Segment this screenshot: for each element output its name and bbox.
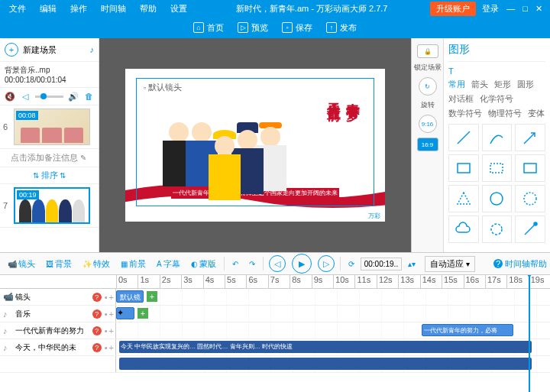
tab-mask[interactable]: ◐蒙版 bbox=[186, 255, 221, 273]
add-lens-icon[interactable]: + bbox=[147, 291, 157, 302]
music-icon: ♪ bbox=[3, 309, 12, 319]
time-up-icon[interactable]: ▴▾ bbox=[403, 257, 420, 271]
add-scene-icon[interactable]: + bbox=[5, 43, 18, 57]
tab-fg[interactable]: ▦前景 bbox=[116, 255, 150, 273]
menu-action[interactable]: 操作 bbox=[64, 1, 93, 17]
svg-point-7 bbox=[524, 193, 536, 205]
shape-dashed-rect[interactable] bbox=[482, 154, 513, 182]
scene-thumb-7[interactable]: 7 00:19 bbox=[0, 184, 99, 228]
tab-subtitle[interactable]: A字幕 bbox=[152, 255, 185, 273]
volume-slider[interactable] bbox=[35, 96, 63, 98]
lens-clip[interactable]: 默认镜 bbox=[116, 290, 144, 303]
track-audio2: ♪今天，中华民的未?•+ 今天 中华民族实现复兴的… 固然时代… 青年兴则… 时… bbox=[0, 339, 550, 356]
shape-line[interactable] bbox=[448, 124, 479, 151]
preview-button[interactable]: ▷预览 bbox=[238, 22, 268, 34]
login-button[interactable]: 登录 bbox=[482, 3, 499, 15]
shape-circle[interactable] bbox=[482, 185, 513, 212]
preview-icon: ▷ bbox=[238, 22, 248, 33]
add-note-link[interactable]: 点击添加备注信息 ✎ bbox=[0, 149, 99, 167]
audio-clip-3[interactable] bbox=[119, 358, 532, 370]
svg-rect-4 bbox=[524, 164, 536, 173]
tab-fx[interactable]: ✨特效 bbox=[78, 255, 115, 273]
audio-clip-2[interactable]: 今天 中华民族实现复兴的… 固然时代… 青年兴则… 时代的快速 bbox=[119, 341, 532, 353]
cat-common[interactable]: 常用 bbox=[448, 79, 465, 90]
rotate-label: 旋转 bbox=[421, 100, 435, 110]
menu-timeline[interactable]: 时间轴 bbox=[95, 1, 132, 17]
main-menu: 文件 编辑 操作 时间轴 帮助 设置 bbox=[3, 1, 193, 17]
svg-line-1 bbox=[524, 133, 535, 144]
close-icon[interactable]: ✕ bbox=[535, 4, 542, 14]
publish-button[interactable]: ↑发布 bbox=[326, 22, 357, 34]
minimize-icon[interactable]: — bbox=[506, 4, 515, 14]
new-scene-button[interactable]: 新建场景 bbox=[23, 44, 57, 56]
play-icon[interactable]: ▶ bbox=[292, 254, 312, 274]
redo-icon[interactable]: ↷ bbox=[244, 257, 260, 271]
vol-icon[interactable]: 🔊 bbox=[68, 91, 79, 102]
shape-rect[interactable] bbox=[448, 154, 479, 182]
auto-fit-select[interactable]: 自动适应 ▾ bbox=[425, 256, 475, 272]
prev-frame-icon[interactable]: ◁ bbox=[269, 255, 286, 272]
ratio-916-button[interactable]: 9:16 bbox=[419, 115, 437, 133]
home-icon: ⌂ bbox=[193, 22, 204, 33]
shape-check[interactable] bbox=[515, 215, 545, 243]
playhead[interactable] bbox=[529, 275, 530, 392]
cat-variant[interactable]: 变体 bbox=[528, 108, 545, 119]
cat-dialog[interactable]: 对话框 bbox=[448, 93, 474, 105]
shape-rect2[interactable] bbox=[515, 154, 545, 182]
delete-music-icon[interactable]: 🗑 bbox=[83, 91, 94, 102]
time-display[interactable]: 00:00:19.. bbox=[361, 258, 402, 271]
add-music-icon[interactable]: + bbox=[138, 308, 148, 319]
svg-line-9 bbox=[525, 224, 535, 235]
cat-chem[interactable]: 化学符号 bbox=[480, 93, 513, 105]
svg-line-0 bbox=[458, 131, 470, 144]
home-button[interactable]: ⌂首页 bbox=[193, 22, 224, 34]
timeline-ruler[interactable]: 0s1s2s3s4s5s6s7s8s9s10s11s12s13s14s15s16… bbox=[0, 275, 550, 289]
shape-arrow[interactable] bbox=[515, 124, 545, 151]
menu-settings[interactable]: 设置 bbox=[164, 1, 193, 17]
upgrade-button[interactable]: 升级账户 bbox=[430, 2, 476, 16]
audio-clip-1[interactable]: 一代代新青年的努力，必将 bbox=[422, 324, 513, 336]
menu-edit[interactable]: 编辑 bbox=[34, 1, 63, 17]
ratio-169-button[interactable]: 16:9 bbox=[417, 138, 438, 151]
cat-arrow[interactable]: 箭头 bbox=[471, 79, 488, 90]
help-badge-icon[interactable]: ? bbox=[92, 293, 102, 302]
menu-help[interactable]: 帮助 bbox=[134, 1, 163, 17]
maximize-icon[interactable]: □ bbox=[522, 4, 528, 14]
tab-bg[interactable]: 🖼背景 bbox=[41, 255, 76, 273]
lock-scene-icon[interactable]: 🔒 bbox=[417, 44, 438, 58]
timeline-help-link[interactable]: ?时间轴帮助 bbox=[493, 258, 547, 270]
loop-icon[interactable]: ⟳ bbox=[344, 257, 359, 271]
bg-music-info[interactable]: 背景音乐..mp 00:00:18/00:01:04 bbox=[0, 62, 99, 88]
prev-icon[interactable]: ◁ bbox=[20, 91, 31, 102]
svg-marker-5 bbox=[458, 193, 470, 204]
svg-rect-3 bbox=[490, 164, 503, 173]
rotate-icon[interactable]: ↻ bbox=[419, 77, 437, 96]
shape-triangle[interactable] bbox=[448, 185, 479, 212]
scene-options-icon[interactable]: ♪ bbox=[90, 45, 95, 54]
shape-dashed-circle[interactable] bbox=[515, 185, 545, 212]
track-music: ♪音乐?•+ ✦+ bbox=[0, 306, 550, 322]
svg-point-6 bbox=[490, 193, 503, 205]
cat-rect[interactable]: 矩形 bbox=[494, 79, 511, 90]
shape-curve[interactable] bbox=[482, 124, 513, 151]
mute-icon[interactable]: 🔇 bbox=[5, 91, 15, 102]
lock-label: 锁定场景 bbox=[414, 63, 442, 73]
save-button[interactable]: ▫保存 bbox=[282, 22, 312, 34]
cat-phys[interactable]: 物理符号 bbox=[488, 108, 522, 119]
svg-rect-2 bbox=[458, 164, 470, 173]
scene-thumb-6[interactable]: 6 00:08 bbox=[0, 105, 99, 149]
cat-math[interactable]: 数学符号 bbox=[448, 108, 482, 119]
tab-lens[interactable]: 📹镜头 bbox=[3, 255, 40, 273]
track-audio1: ♪一代代新青年的努力?•+ 一代代新青年的努力，必将 bbox=[0, 322, 550, 339]
menu-file[interactable]: 文件 bbox=[3, 1, 32, 17]
lens-label: ▫ 默认镜头 bbox=[141, 81, 185, 94]
track-lens: 📹镜头?•+ 默认镜+ bbox=[0, 289, 550, 306]
shape-star[interactable] bbox=[482, 215, 513, 243]
shape-cloud[interactable] bbox=[448, 215, 479, 243]
music-clip[interactable]: ✦ bbox=[116, 307, 134, 319]
sort-button[interactable]: ⇅ 排序 ⇅ bbox=[0, 167, 99, 184]
canvas-area[interactable]: 青春有梦 勇往直前 一代代新青年的努力，必将捍卫这个国家走向更加开阔的未来 ▫ … bbox=[99, 38, 411, 252]
cat-circle[interactable]: 圆形 bbox=[517, 79, 534, 90]
undo-icon[interactable]: ↶ bbox=[228, 257, 243, 271]
next-frame-icon[interactable]: ▷ bbox=[318, 255, 335, 272]
